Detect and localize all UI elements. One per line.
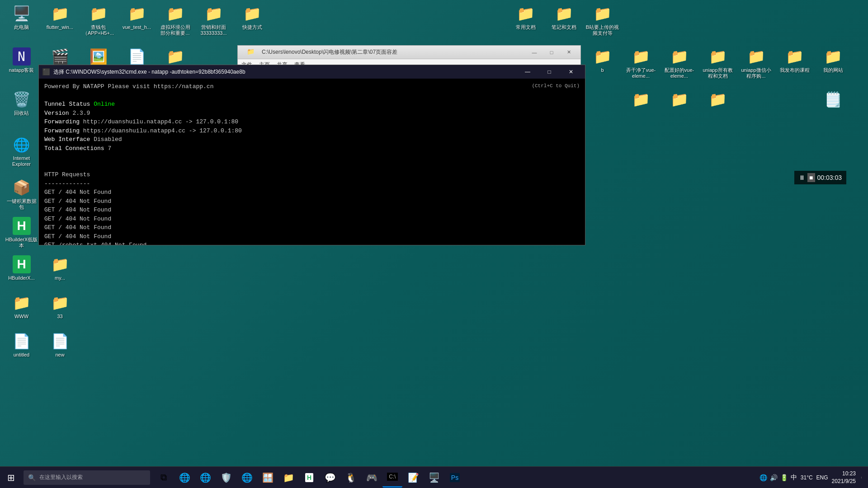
icon-chaiqian[interactable]: 📁 查钱包（APP+H5+...	[79, 2, 118, 38]
icon-natapp[interactable]: N natapp客装	[2, 45, 41, 75]
icon-biji[interactable]: 📁 笔记和文档	[545, 2, 583, 33]
icon-right-3[interactable]: 📁	[698, 88, 737, 113]
www-icon: 📁	[13, 294, 31, 312]
folder-icon-14: 📁	[670, 47, 689, 66]
cmd-minimize-button[interactable]: —	[517, 65, 538, 79]
taskbar-qq[interactable]: 🐧	[341, 468, 361, 488]
explorer-maximize-button[interactable]: □	[543, 46, 560, 59]
icon-bzhan[interactable]: 📁 B站要上传的视频支付等	[583, 2, 622, 38]
icon-natapp-label: natapp客装	[9, 67, 34, 73]
folder-icon-13: 📁	[632, 47, 650, 66]
folder-icon-9: 📁	[594, 5, 612, 23]
explorer-minimize-button[interactable]: —	[526, 46, 542, 59]
icon-right-2[interactable]: 📁	[660, 88, 698, 113]
huoban-icon: 📁	[166, 47, 184, 66]
folder-icon-17: 📁	[786, 47, 804, 66]
icon-peizhi[interactable]: 📁 配置好的vue-eleme...	[660, 45, 698, 81]
taskbar-vscode[interactable]: 📝	[403, 468, 423, 488]
icon-wode[interactable]: 📁 我的网站	[814, 45, 852, 75]
taskbar-360[interactable]: 🛡️	[216, 468, 236, 488]
explorer-close-button[interactable]: ✕	[561, 46, 577, 59]
taskbar-hbuilder[interactable]: H	[299, 468, 319, 488]
icon-yinxiao[interactable]: 📁 营销和封面33333333...	[194, 2, 233, 38]
icon-yinxiao-label: 营销和封面33333333...	[197, 24, 231, 36]
network-icon[interactable]: 🌐	[760, 474, 767, 481]
cmd-http-divider: -------------	[44, 179, 580, 188]
taskbar-photoshop[interactable]: Ps	[445, 468, 465, 488]
folder-icon: 📁	[51, 5, 69, 23]
cmd-req-1: GET / 404 Not Found	[44, 188, 580, 197]
icon-flutter[interactable]: 📁 flutter_win...	[41, 2, 79, 33]
icon-uniapp-suo[interactable]: 📁 uniapp所有教程和文档	[698, 45, 737, 81]
icon-computer[interactable]: 🖥️ 此电脑	[2, 2, 41, 33]
folder-icon-8: 📁	[555, 5, 573, 23]
untitled-icon: 📄	[13, 332, 31, 350]
pause-icon[interactable]: ⏸	[799, 174, 805, 181]
taskbar-task-view[interactable]: ⧉	[154, 468, 174, 488]
icon-www[interactable]: 📁 WWW	[2, 291, 41, 322]
icon-changwenj[interactable]: 📁 常用文档	[506, 2, 545, 33]
icon-hbuilderx1[interactable]: H HBuilderX低版本	[2, 215, 41, 251]
start-button[interactable]: ⊞	[0, 467, 22, 488]
cmd-http-header: HTTP Requests	[44, 170, 580, 179]
taskbar-chrome[interactable]: 🌐	[237, 468, 257, 488]
speaker-icon[interactable]: 🔊	[770, 474, 778, 481]
icon-flutter-label: flutter_win...	[47, 24, 73, 30]
explorer-titlebar[interactable]: 📁 C:\Users\lenovo\Desktop\闪电修视频\第二章\07页面…	[238, 46, 580, 59]
cmd-titlebar[interactable]: ⬛ 选择 C:\WINDOWS\system32\cmd.exe - natap…	[39, 65, 585, 79]
icon-myc[interactable]: 📁 my...	[41, 253, 79, 283]
search-placeholder: 在这里输入以搜索	[39, 474, 83, 481]
cmd-maximize-button[interactable]: □	[539, 65, 560, 79]
taskbar-edge[interactable]: 🌐	[175, 468, 194, 488]
icon-vue-test[interactable]: 📁 vue_test_h...	[118, 2, 156, 33]
icon-33[interactable]: 📁 33	[41, 291, 79, 322]
icon-hj[interactable]: 📁 虚拟环境公用部分和重要...	[156, 2, 194, 38]
recycle-icon: 🗑️	[13, 90, 31, 108]
icon-untitled[interactable]: 📄 untitled	[2, 330, 41, 360]
icon-ie[interactable]: 🌐 Internet Explorer	[2, 133, 41, 169]
taskbar-cmd-active[interactable]: C:\	[382, 468, 402, 488]
icon-recycle[interactable]: 🗑️ 回收站	[2, 88, 41, 118]
jijian-icon: 📦	[13, 178, 31, 197]
icon-hj-label: 虚拟环境公用部分和重要...	[158, 24, 192, 36]
icon-b[interactable]: 📁 b	[583, 45, 622, 75]
search-bar[interactable]: 🔍 在这里输入以搜索	[24, 470, 150, 485]
icon-hbuilderx2[interactable]: H HBuilderX...	[2, 253, 41, 283]
icon-uniapp-suo-label: uniapp所有教程和文档	[701, 67, 735, 79]
icon-computer-label: 此电脑	[14, 24, 29, 30]
clock[interactable]: 10:23 2021/9/25	[832, 470, 856, 485]
folder-icon-18: 📁	[824, 47, 842, 66]
icon-33-label: 33	[57, 314, 62, 319]
taskbar-weixin[interactable]: 💬	[320, 468, 340, 488]
taskbar-ie[interactable]: 🌐	[195, 468, 215, 488]
vscode-icon: 📝	[408, 472, 419, 483]
icon-right-1[interactable]: 📁	[622, 88, 660, 113]
battery-icon[interactable]: 🔋	[780, 474, 788, 481]
icon-www-label: WWW	[14, 314, 28, 319]
stop-icon[interactable]: ■	[807, 173, 815, 182]
icon-uniapp-wx[interactable]: 📁 uniapp微信小程序购...	[737, 45, 775, 81]
hbuilderx2-icon: H	[13, 255, 31, 273]
date-display: 2021/9/25	[832, 478, 856, 485]
icon-right-file[interactable]: 🗒️	[814, 88, 852, 113]
folder-icon-4: 📁	[166, 5, 184, 23]
icon-kuaijie[interactable]: 📁 快捷方式	[233, 2, 271, 33]
show-desktop-button[interactable]	[861, 477, 863, 479]
taskbar-app2[interactable]: 🖥️	[424, 468, 444, 488]
ime-icon[interactable]: 中	[791, 474, 797, 482]
icon-huishe[interactable]: 📁 弄干净了vue-eleme...	[622, 45, 660, 81]
icon-kuaijie-label: 快捷方式	[242, 24, 262, 30]
qq-icon: 🐧	[345, 472, 357, 483]
taskbar-apps: ⧉ 🌐 🌐 🛡️ 🌐 🪟 📁 H �	[154, 467, 465, 488]
taskbar-windows[interactable]: 🪟	[258, 468, 278, 488]
myc-icon: 📁	[51, 255, 69, 273]
taskbar-filemanager[interactable]: 📁	[278, 468, 298, 488]
icon-new[interactable]: 📄 new	[41, 330, 79, 360]
cmd-close-button[interactable]: ✕	[561, 65, 581, 79]
icon-jijian[interactable]: 📦 一键积累数据包	[2, 176, 41, 212]
icon-wofabu[interactable]: 📁 我发布的课程	[775, 45, 814, 75]
shield-icon: 🛡️	[221, 472, 232, 483]
taskbar-app1[interactable]: 🎮	[362, 468, 382, 488]
folder-icon-12: 📁	[594, 47, 612, 66]
icon-untitled-label: untitled	[14, 352, 29, 358]
